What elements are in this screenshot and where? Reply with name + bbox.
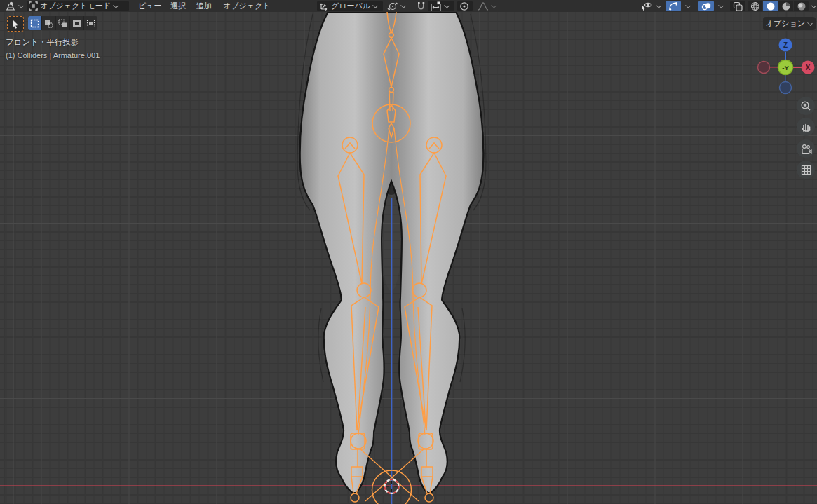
scene-3d	[0, 0, 817, 504]
gizmo-axis-z-negative[interactable]	[780, 82, 792, 94]
chevron-down-icon	[811, 3, 816, 8]
chevron-down-icon	[18, 3, 24, 8]
gizmo-dropdown[interactable]	[683, 0, 693, 12]
chevron-down-icon	[113, 3, 119, 8]
options-dropdown[interactable]: オプション	[763, 17, 816, 30]
ortho-grid-icon	[801, 165, 811, 175]
select-subtract-icon	[58, 19, 67, 28]
toe-target-left[interactable]	[351, 493, 359, 502]
chevron-down-icon	[491, 3, 497, 8]
shading-dropdown[interactable]	[809, 0, 817, 12]
shading-wireframe-icon	[750, 1, 760, 11]
viewport-header: オブジェクトモード ビュー 選択 追加 オブジェクト グローバル	[0, 0, 817, 12]
proportional-editing-toggle[interactable]	[457, 1, 473, 11]
zoom-view-button[interactable]	[797, 97, 815, 115]
transform-orientation-icon	[319, 1, 329, 11]
chevron-down-icon	[400, 3, 406, 8]
editor-type-selector[interactable]	[3, 0, 26, 12]
pivot-point-icon	[387, 1, 398, 11]
select-mode-subtract[interactable]	[56, 16, 70, 30]
menu-add[interactable]: 追加	[194, 0, 215, 12]
object-visibility-dropdown[interactable]	[639, 0, 663, 12]
shading-solid-button[interactable]	[763, 1, 778, 11]
menu-view[interactable]: ビュー	[135, 0, 165, 12]
snap-target-dropdown[interactable]	[428, 1, 454, 11]
menu-object[interactable]: オブジェクト	[220, 0, 274, 12]
navigation-axis-gizmo[interactable]: Z X -Y	[755, 37, 817, 102]
shading-solid-icon	[766, 1, 776, 11]
view-name-label: フロント・平行投影	[6, 37, 79, 48]
snap-target-icon	[430, 1, 442, 11]
pivot-point-dropdown[interactable]	[385, 0, 408, 12]
chevron-down-icon	[444, 3, 450, 8]
active-tool-tweak-button[interactable]	[7, 16, 24, 32]
zoom-icon	[800, 100, 811, 111]
proportional-falloff-dropdown[interactable]	[475, 0, 499, 12]
select-mode-invert[interactable]	[70, 16, 84, 30]
select-intersect-icon	[86, 19, 95, 28]
xray-toggle[interactable]	[730, 1, 745, 11]
select-mode-intersect[interactable]	[84, 16, 97, 30]
shading-rendered-icon	[797, 1, 806, 11]
gizmo-z-label: Z	[783, 41, 788, 49]
chevron-down-icon	[718, 3, 724, 8]
gizmo-arrow-icon	[668, 1, 678, 11]
select-invert-icon	[72, 19, 81, 28]
select-mode-extend[interactable]	[42, 16, 56, 30]
overlays-icon	[701, 1, 712, 11]
proportional-editing-icon	[459, 1, 469, 11]
show-gizmo-toggle[interactable]	[666, 1, 681, 11]
shading-material-icon	[781, 1, 791, 11]
snap-magnet-icon	[416, 1, 426, 11]
xray-icon	[733, 1, 743, 11]
chevron-down-icon	[372, 3, 378, 8]
overlays-dropdown[interactable]	[716, 0, 726, 12]
show-overlays-toggle[interactable]	[698, 1, 714, 11]
transform-orientation-dropdown[interactable]: グローバル	[317, 1, 383, 11]
select-mode-group	[28, 16, 97, 30]
shading-material-button[interactable]	[778, 1, 793, 11]
camera-view-button[interactable]	[797, 139, 815, 158]
mode-selector-dropdown[interactable]: オブジェクトモード	[27, 1, 129, 11]
toe-target-right[interactable]	[425, 493, 433, 502]
gizmo-x-label: X	[806, 64, 811, 71]
3d-viewport-editor-icon	[5, 1, 16, 11]
select-mode-set[interactable]	[28, 16, 42, 30]
shading-rendered-button[interactable]	[794, 1, 809, 11]
chevron-down-icon	[685, 3, 691, 8]
select-set-icon	[30, 19, 39, 28]
tweak-cursor-icon	[11, 19, 20, 29]
blender-3d-viewport: オブジェクトモード ビュー 選択 追加 オブジェクト グローバル	[0, 0, 817, 504]
menu-select[interactable]: 選択	[168, 0, 189, 12]
gizmo-axis-x-negative[interactable]	[758, 62, 770, 74]
visibility-eye-icon	[641, 1, 654, 11]
mode-label: オブジェクトモード	[40, 1, 111, 11]
pan-view-button[interactable]	[797, 118, 815, 136]
snap-toggle[interactable]	[414, 0, 428, 12]
orientation-label: グローバル	[331, 1, 370, 11]
options-label: オプション	[766, 18, 805, 29]
chevron-down-icon	[656, 3, 661, 8]
active-object-label: (1) Colliders | Armature.001	[6, 51, 100, 60]
select-extend-icon	[44, 19, 53, 28]
toggle-ortho-button[interactable]	[797, 161, 815, 179]
shading-wireframe-button[interactable]	[748, 1, 762, 11]
camera-view-icon	[800, 144, 812, 154]
chevron-down-icon	[807, 20, 813, 26]
falloff-curve-icon	[478, 1, 489, 11]
object-mode-icon	[29, 1, 38, 11]
pan-hand-icon	[800, 121, 811, 132]
gizmo-y-label: -Y	[782, 64, 789, 71]
